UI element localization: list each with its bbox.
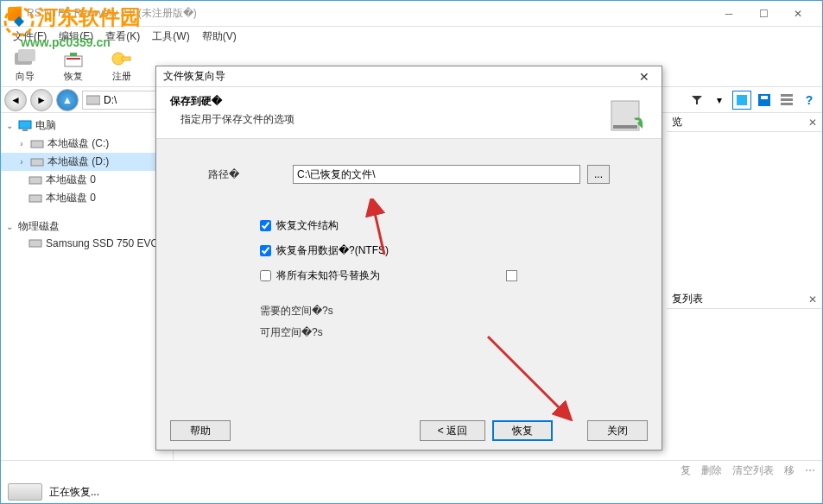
view-icon[interactable] [732, 91, 751, 110]
save-to-disk-icon [606, 94, 648, 135]
tree-disk-0b[interactable]: 本地磁盘 0 [1, 189, 173, 207]
tree-disk-0a-label: 本地磁盘 0 [46, 173, 96, 187]
svg-rect-9 [761, 96, 768, 99]
dialog-title: 文件恢复向导 [163, 69, 225, 84]
sidebar-tree: ⌄ 电脑 › 本地磁盘 (C:) › 本地磁盘 (D:) 本地磁盘 0 本地磁盘… [1, 113, 174, 460]
recovery-list-close-icon[interactable]: ✕ [808, 293, 817, 306]
titlebar: RS NTFS Recovery 2.8 (未注册版�) ─ ☐ ✕ [1, 1, 822, 27]
menu-file[interactable]: 文件(F) [8, 28, 52, 46]
filter-icon[interactable] [687, 91, 706, 110]
dialog-close-icon[interactable]: ✕ [634, 70, 655, 84]
drive-icon [28, 192, 42, 205]
svg-rect-5 [122, 57, 130, 60]
help-icon[interactable]: ? [800, 91, 819, 110]
drive-icon [28, 237, 42, 249]
recover-next-button[interactable]: 恢复 [492, 420, 553, 441]
dropdown-icon[interactable]: ▾ [710, 91, 729, 110]
chevron-right-icon[interactable]: › [16, 139, 27, 148]
svg-rect-2 [65, 56, 82, 66]
dialog-titlebar: 文件恢复向导 ✕ [156, 66, 662, 87]
preview-label: 览 [672, 115, 682, 129]
register-button[interactable]: 注册 [104, 47, 139, 85]
close-button[interactable]: ✕ [781, 2, 815, 26]
tree-ssd-label: Samsung SSD 750 EVO [46, 237, 159, 249]
tree-disk-d[interactable]: › 本地磁盘 (D:) [1, 153, 173, 171]
space-needed-label: 需要的空间�?s [260, 304, 610, 318]
save-icon[interactable] [755, 91, 774, 110]
tree-physical-label: 物理磁盘 [18, 219, 60, 234]
structure-label: 恢复文件结构 [276, 218, 339, 233]
replace-char-input[interactable] [506, 270, 517, 281]
svg-rect-11 [781, 98, 793, 101]
tree-disk-0b-label: 本地磁盘 0 [46, 191, 96, 205]
backup-checkbox[interactable] [260, 245, 271, 256]
chevron-down-icon[interactable]: ⌄ [4, 222, 15, 231]
browse-button[interactable]: ... [587, 165, 610, 184]
dialog-header-subtitle: 指定用于保存文件的选项 [170, 112, 606, 127]
tree-physical[interactable]: ⌄ 物理磁盘 [1, 217, 173, 236]
path-input[interactable] [293, 165, 580, 184]
tree-ssd[interactable]: Samsung SSD 750 EVO [1, 236, 173, 251]
svg-rect-1 [18, 49, 35, 61]
menu-tools[interactable]: 工具(W) [147, 28, 194, 46]
svg-rect-15 [31, 141, 43, 148]
svg-rect-17 [29, 177, 41, 184]
structure-checkbox[interactable] [260, 220, 271, 231]
replace-checkbox[interactable] [260, 270, 271, 281]
backup-label: 恢复备用数据�?(NTFS) [276, 243, 389, 258]
tree-computer[interactable]: ⌄ 电脑 [1, 117, 173, 135]
tree-disk-c-label: 本地磁盘 (C:) [47, 136, 109, 151]
back-button[interactable]: < 返回 [420, 420, 485, 441]
computer-icon [18, 120, 32, 132]
nav-back-button[interactable]: ◄ [4, 89, 27, 111]
status-clear[interactable]: 清空列表 [732, 463, 774, 478]
minimize-button[interactable]: ─ [712, 2, 746, 26]
recovery-list-panel: 复列表 ✕ [667, 290, 822, 309]
app-icon [8, 7, 22, 21]
menu-help[interactable]: 帮助(V) [197, 28, 242, 46]
drive-icon [86, 95, 100, 105]
maximize-button[interactable]: ☐ [746, 2, 781, 26]
dialog-header: 保存到硬� 指定用于保存文件的选项 [156, 87, 662, 139]
menu-view[interactable]: 查看(K) [100, 28, 145, 46]
status-drive-icon [8, 483, 42, 501]
nav-forward-button[interactable]: ► [30, 89, 53, 111]
recover-icon [61, 49, 85, 68]
status-delete[interactable]: 删除 [701, 463, 722, 478]
status-folder[interactable]: 移 [784, 463, 795, 478]
wizard-button[interactable]: 向导 [8, 47, 42, 85]
replace-label: 将所有未知符号替换为 [276, 268, 380, 283]
tree-disk-c[interactable]: › 本地磁盘 (C:) [1, 135, 173, 153]
svg-rect-12 [781, 103, 793, 105]
preview-panel: 览 ✕ [667, 113, 822, 132]
recovery-wizard-dialog: 文件恢复向导 ✕ 保存到硬� 指定用于保存文件的选项 路径� ... 恢复文件结… [155, 66, 662, 450]
nav-up-button[interactable]: ▲ [56, 89, 79, 111]
window-title: RS NTFS Recovery 2.8 (未注册版�) [27, 6, 712, 21]
drive-icon [30, 138, 44, 150]
recovery-list-label: 复列表 [672, 292, 703, 306]
svg-rect-14 [22, 129, 28, 131]
dialog-body: 路径� ... 恢复文件结构 恢复备用数据�?(NTFS) 将所有未知符号替换为… [156, 139, 662, 356]
space-avail-label: 可用空间�?s [260, 325, 610, 340]
register-icon [110, 49, 134, 68]
preview-close-icon[interactable]: ✕ [808, 117, 817, 129]
window-controls: ─ ☐ ✕ [712, 2, 815, 26]
svg-rect-18 [29, 195, 41, 202]
svg-rect-6 [86, 96, 100, 104]
recover-button[interactable]: 恢复 [56, 47, 91, 85]
wizard-label: 向导 [16, 70, 35, 83]
chevron-down-icon[interactable]: ⌄ [4, 121, 15, 130]
status-recovering: 正在恢复... [49, 485, 99, 500]
help-button[interactable]: 帮助 [170, 420, 231, 441]
status-recover[interactable]: 复 [681, 463, 691, 478]
status-dots[interactable]: ⋯ [805, 464, 815, 476]
recover-label: 恢复 [64, 70, 83, 83]
list-icon[interactable] [777, 91, 796, 110]
tree-disk-0a[interactable]: 本地磁盘 0 [1, 171, 173, 189]
chevron-right-icon[interactable]: › [16, 157, 27, 167]
menu-edit[interactable]: 编辑(E) [54, 28, 98, 46]
menubar: 文件(F) 编辑(E) 查看(K) 工具(W) 帮助(V) [1, 27, 822, 46]
svg-rect-10 [781, 94, 793, 97]
close-button[interactable]: 关闭 [587, 420, 648, 441]
svg-rect-13 [19, 121, 31, 129]
